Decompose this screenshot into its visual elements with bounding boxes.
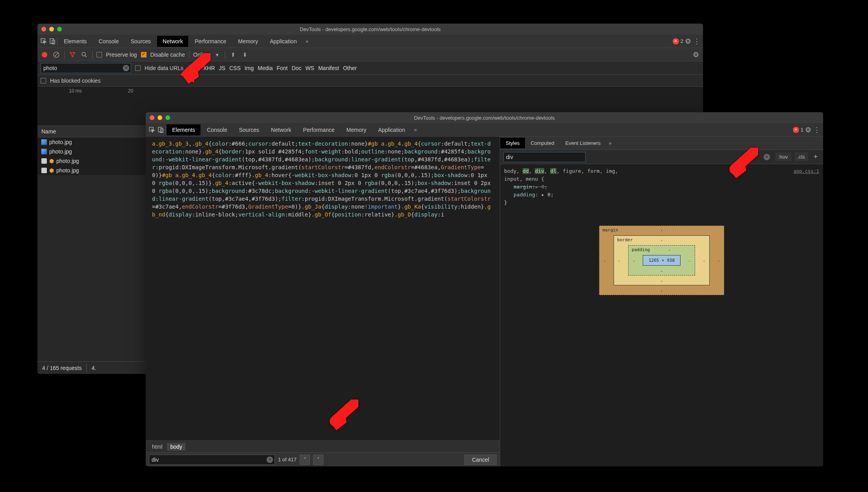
filter-js[interactable]: JS xyxy=(219,65,225,71)
device-toggle-icon[interactable] xyxy=(157,126,165,134)
clear-icon[interactable]: ✕ xyxy=(123,65,129,71)
separator xyxy=(57,37,57,45)
upload-har-icon[interactable]: ⬆ xyxy=(229,51,237,59)
filter-all[interactable]: All xyxy=(187,64,199,72)
styles-pane: Styles Computed Event Listeners » ✕ :hov… xyxy=(500,137,823,466)
tab-memory[interactable]: Memory xyxy=(233,36,264,47)
titlebar: DevTools - developers.google.com/web/too… xyxy=(146,112,823,123)
clear-icon[interactable]: ✕ xyxy=(267,457,273,463)
margin-label: margin xyxy=(603,228,618,233)
filter-media[interactable]: Media xyxy=(258,65,273,71)
separator xyxy=(92,51,93,59)
filter-funnel-icon[interactable] xyxy=(69,51,76,59)
blocked-cookies-label: Has blocked cookies xyxy=(50,78,100,84)
css-declaration[interactable]: margin:▸ 0; xyxy=(504,183,819,191)
crumb-html[interactable]: html xyxy=(149,443,165,451)
chevron-down-icon[interactable]: ▾ xyxy=(213,51,221,59)
subtab-computed[interactable]: Computed xyxy=(525,138,560,148)
more-tabs-icon[interactable]: » xyxy=(412,126,419,134)
filter-ws[interactable]: WS xyxy=(305,65,314,71)
image-icon xyxy=(41,149,47,154)
subtab-event-listeners[interactable]: Event Listeners xyxy=(560,138,606,148)
border-label: border xyxy=(617,237,633,242)
record-icon[interactable] xyxy=(41,51,48,59)
filter-doc[interactable]: Doc xyxy=(291,65,301,71)
tab-memory[interactable]: Memory xyxy=(341,124,372,135)
preserve-log-label: Preserve log xyxy=(106,52,137,58)
tab-performance[interactable]: Performance xyxy=(189,36,232,47)
subtab-styles[interactable]: Styles xyxy=(500,138,525,148)
rule-source-link[interactable]: app.css:1 xyxy=(794,167,819,175)
warning-icon: ⬢ xyxy=(49,158,54,164)
throttle-select[interactable]: Online xyxy=(193,52,209,58)
find-result-count: 1 of 417 xyxy=(278,457,297,462)
find-prev-icon[interactable]: ˄ xyxy=(300,455,310,465)
inspect-icon[interactable] xyxy=(40,37,48,45)
main-tabs: Elements Console Sources Network Perform… xyxy=(37,35,703,48)
kebab-menu-icon[interactable] xyxy=(693,37,701,45)
disable-cache-checkbox[interactable] xyxy=(141,52,147,57)
tab-performance[interactable]: Performance xyxy=(297,124,340,135)
warning-icon: ⬢ xyxy=(49,167,54,174)
styles-filter-wrap: ✕ xyxy=(503,152,772,162)
styles-filter-input[interactable] xyxy=(503,152,586,162)
filter-img[interactable]: Img xyxy=(245,65,254,71)
tab-sources[interactable]: Sources xyxy=(234,124,265,135)
tab-network[interactable]: Network xyxy=(265,124,297,135)
cancel-button[interactable]: Cancel xyxy=(464,455,497,465)
tab-sources[interactable]: Sources xyxy=(125,36,156,47)
filter-xhr[interactable]: XHR xyxy=(203,65,215,71)
preserve-log-checkbox[interactable] xyxy=(96,52,102,57)
rule-selector: body, dd, div, dl, figure, form, img,inp… xyxy=(504,167,819,183)
clear-icon[interactable]: ✕ xyxy=(764,154,770,160)
separator xyxy=(165,126,166,134)
cls-toggle[interactable]: .cls xyxy=(794,152,809,161)
find-input[interactable] xyxy=(149,455,275,465)
filter-css[interactable]: CSS xyxy=(229,65,241,71)
box-model-diagram[interactable]: margin - - - - border - - - - padding - xyxy=(500,210,823,311)
window-title: DevTools - developers.google.com/web/too… xyxy=(37,26,703,32)
css-rule[interactable]: app.css:1 body, dd, div, dl, figure, for… xyxy=(500,164,823,210)
search-icon[interactable] xyxy=(80,51,88,59)
gear-icon[interactable] xyxy=(692,51,700,59)
network-filterbar: ✕ Hide data URLs All XHR JS CSS Img Medi… xyxy=(37,61,703,75)
gear-icon[interactable] xyxy=(684,37,692,45)
image-icon xyxy=(41,139,47,145)
download-har-icon[interactable]: ⬇ xyxy=(241,51,249,59)
tab-console[interactable]: Console xyxy=(93,36,124,47)
gear-icon xyxy=(41,168,47,173)
hide-data-urls-checkbox[interactable] xyxy=(135,65,141,71)
filter-input[interactable] xyxy=(41,63,131,73)
filter-other[interactable]: Other xyxy=(343,65,357,71)
tab-elements[interactable]: Elements xyxy=(167,124,200,135)
css-declaration[interactable]: padding: ▸ 0; xyxy=(504,191,819,199)
crumb-body[interactable]: body xyxy=(167,443,185,451)
error-badge[interactable]: ✕1 xyxy=(793,127,803,133)
filter-manifest[interactable]: Manifest xyxy=(318,65,339,71)
gear-icon xyxy=(41,158,47,164)
more-subtabs-icon[interactable]: » xyxy=(606,139,614,147)
filter-input-wrap: ✕ xyxy=(41,63,131,73)
tab-elements[interactable]: Elements xyxy=(58,36,92,47)
more-tabs-icon[interactable]: » xyxy=(303,37,311,45)
device-toggle-icon[interactable] xyxy=(48,37,56,45)
styles-toolbar: ✕ :hov .cls + xyxy=(500,150,823,164)
kebab-menu-icon[interactable] xyxy=(813,126,821,134)
tab-network[interactable]: Network xyxy=(157,36,188,47)
hov-toggle[interactable]: :hov xyxy=(775,152,791,161)
blocked-cookies-checkbox[interactable] xyxy=(41,78,46,83)
gear-icon[interactable] xyxy=(804,126,812,134)
elements-source-view[interactable]: a.gb_3.gb_3,.gb_4{color:#666;cursor:defa… xyxy=(146,137,500,440)
tab-application[interactable]: Application xyxy=(264,36,302,47)
filter-font[interactable]: Font xyxy=(276,65,287,71)
clear-icon[interactable] xyxy=(52,51,60,59)
devtools-window-elements: DevTools - developers.google.com/web/too… xyxy=(146,112,823,466)
rule-close: } xyxy=(504,199,819,207)
new-rule-icon[interactable]: + xyxy=(811,153,820,161)
tab-application[interactable]: Application xyxy=(373,124,411,135)
separator xyxy=(189,51,189,59)
error-badge[interactable]: ✕2 xyxy=(673,38,683,44)
find-next-icon[interactable]: ˅ xyxy=(313,455,323,465)
inspect-icon[interactable] xyxy=(148,126,156,134)
tab-console[interactable]: Console xyxy=(201,124,232,135)
